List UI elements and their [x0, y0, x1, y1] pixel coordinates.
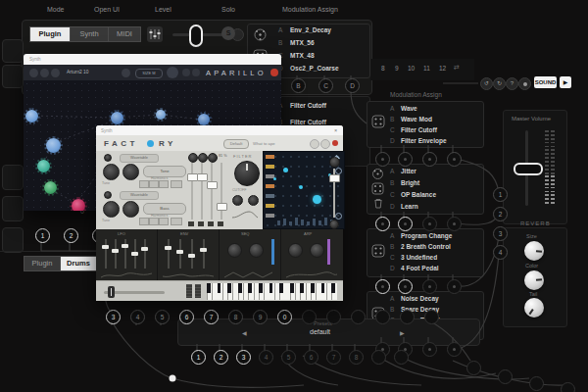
patch-node[interactable]: B [291, 78, 306, 93]
header-icon[interactable] [310, 139, 319, 149]
osc-a-knob-1[interactable] [103, 164, 120, 180]
piano-keyboard[interactable] [207, 283, 337, 301]
patch-node[interactable] [422, 279, 437, 294]
mixer-fader-cap[interactable] [207, 181, 218, 189]
matrix-icon[interactable] [335, 168, 342, 174]
mod-amount-bar-blue[interactable] [271, 239, 274, 265]
mute-box[interactable] [198, 221, 204, 226]
mod-fader-cap[interactable] [200, 248, 207, 252]
patch-node[interactable] [375, 217, 390, 231]
mod-slot-header[interactable]: LFO [118, 231, 125, 236]
particle-blue[interactable] [111, 112, 123, 124]
mute-box[interactable] [208, 221, 214, 226]
osc-b-mode-pill[interactable]: Wavetable [120, 191, 159, 200]
mixer-fader-track[interactable] [201, 163, 203, 220]
osc-ctrl-box[interactable] [159, 180, 169, 188]
random-preset-button[interactable] [51, 69, 60, 77]
patch-node[interactable] [375, 152, 390, 167]
mod-slot-header[interactable]: ENV [180, 231, 188, 236]
matrix-icon[interactable] [335, 213, 342, 220]
patch-node[interactable]: 1 [493, 187, 508, 202]
prev-preset-button[interactable] [29, 69, 38, 77]
mod-knob[interactable] [288, 243, 303, 258]
patch-node[interactable] [422, 217, 437, 231]
patch-node[interactable] [375, 279, 390, 294]
filter-cutoff-knob[interactable] [234, 161, 260, 186]
matrix-step-bar[interactable] [289, 221, 292, 225]
mod-knob[interactable] [249, 243, 264, 258]
osc-ctrl-box[interactable] [149, 180, 159, 188]
patch-node[interactable] [398, 279, 413, 294]
mod-fader-cap[interactable] [141, 247, 148, 251]
mod-fader[interactable] [105, 239, 107, 269]
particle-green[interactable] [44, 181, 57, 194]
mod-slot-header[interactable]: ARP [304, 231, 312, 236]
particle-blue[interactable] [25, 110, 38, 122]
size-selector[interactable]: SIZE M [135, 69, 163, 78]
patch-node[interactable]: 6 [179, 310, 194, 324]
matrix-step-bar[interactable] [277, 220, 280, 225]
small-knob[interactable] [104, 154, 112, 162]
patch-node[interactable]: 0 [277, 310, 292, 324]
osc-a-knob-2[interactable] [122, 164, 139, 180]
patch-node[interactable]: 2 [64, 228, 78, 243]
patch-node[interactable] [447, 217, 462, 231]
mod-fader-cap[interactable] [102, 245, 109, 249]
patch-node[interactable] [371, 350, 386, 365]
matrix-step-bar[interactable] [307, 221, 310, 225]
patch-node[interactable]: 4 [259, 350, 273, 365]
matrix-row-label[interactable] [266, 194, 274, 198]
mute-box[interactable] [218, 221, 223, 226]
mod-fader[interactable] [203, 239, 205, 269]
mod-fader[interactable] [115, 239, 117, 269]
patch-node[interactable] [302, 310, 317, 324]
patch-node[interactable]: 5 [155, 310, 170, 324]
header-icon[interactable] [320, 139, 330, 149]
next-preset-button[interactable] [40, 69, 49, 77]
mod-fader-cap[interactable] [176, 250, 183, 254]
strip-knob[interactable] [329, 157, 340, 168]
mod-amount-bar-purple[interactable] [327, 239, 330, 265]
particle-blue[interactable] [198, 114, 210, 125]
patch-node[interactable] [466, 361, 481, 375]
patch-node[interactable]: 3 [106, 310, 121, 324]
strip-knob[interactable] [329, 220, 339, 229]
matrix-row-label[interactable] [266, 155, 274, 159]
patch-node[interactable]: 2 [214, 350, 228, 365]
patch-node[interactable]: 8 [349, 350, 364, 365]
patch-node[interactable] [422, 342, 437, 357]
matrix-step-bar[interactable] [313, 219, 316, 225]
mixer-knob[interactable] [198, 153, 208, 163]
patch-node[interactable]: 4 [130, 310, 145, 324]
osc-b-knob-2[interactable] [122, 201, 139, 218]
toolbar-icon[interactable] [182, 69, 190, 76]
patch-node[interactable] [400, 310, 415, 324]
patch-node[interactable]: 6 [304, 350, 318, 365]
mod-fader[interactable] [179, 239, 181, 269]
aparillo-titlebar[interactable]: Synth [24, 54, 281, 65]
mod-knob[interactable] [227, 243, 242, 258]
mixer-fader-cap[interactable] [217, 203, 227, 211]
mixer-knob[interactable] [208, 153, 218, 163]
mod-fader-cap[interactable] [165, 246, 172, 250]
patch-node[interactable] [424, 310, 439, 324]
mod-knob[interactable] [310, 243, 324, 258]
patch-node[interactable]: 3 [493, 226, 508, 241]
matrix-dot[interactable] [313, 195, 321, 204]
osc-ctrl-box[interactable] [171, 180, 182, 188]
patch-node[interactable]: 7 [326, 350, 341, 365]
mixer-fader-track[interactable] [211, 163, 213, 220]
patch-node[interactable] [394, 350, 409, 365]
patch-node[interactable]: C [318, 78, 333, 93]
osc-ctrl-box[interactable] [139, 180, 149, 188]
osc-ctrl-box[interactable] [159, 218, 169, 225]
matrix-step-bar[interactable] [283, 219, 286, 225]
patch-node[interactable] [447, 342, 462, 357]
particle-blue[interactable] [156, 110, 166, 120]
factory-window[interactable]: Synth × FACT RY Default What to ape Wave… [96, 125, 343, 300]
aparillo-preset-name[interactable]: Arturn2 10 [67, 70, 88, 74]
matrix-dot[interactable] [299, 185, 303, 189]
mod-fader-cap[interactable] [131, 252, 138, 256]
small-knob[interactable] [104, 191, 112, 199]
mixer-fader-cap[interactable] [197, 173, 208, 181]
